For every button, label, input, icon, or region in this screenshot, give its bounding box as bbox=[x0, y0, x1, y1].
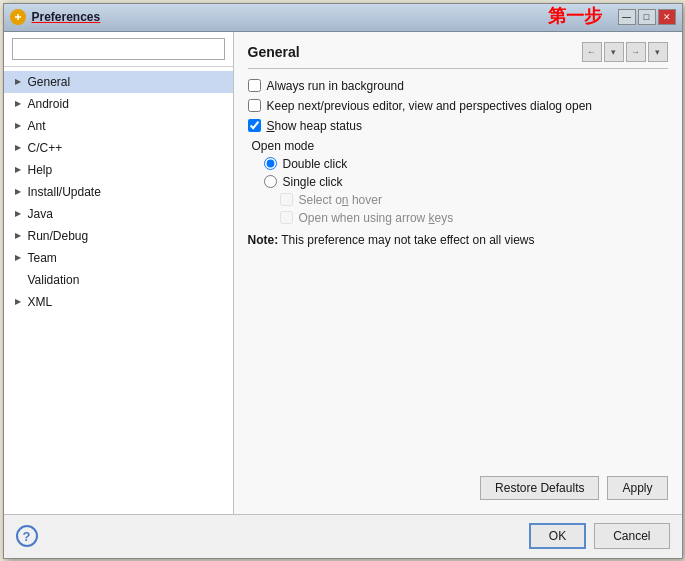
always-run-checkbox[interactable] bbox=[248, 79, 261, 92]
note-text: Note: This preference may not take effec… bbox=[248, 233, 668, 247]
nav-forward-button[interactable]: → bbox=[626, 42, 646, 62]
close-button[interactable]: ✕ bbox=[658, 9, 676, 25]
nav-forward-dropdown[interactable]: ▾ bbox=[648, 42, 668, 62]
tree-item-xml[interactable]: ▶ XML bbox=[4, 291, 233, 313]
double-click-label: Double click bbox=[283, 157, 348, 171]
cancel-button[interactable]: Cancel bbox=[594, 523, 669, 549]
expand-arrow-xml: ▶ bbox=[12, 296, 24, 308]
double-click-row: Double click bbox=[264, 157, 668, 171]
always-run-label: Always run in background bbox=[267, 79, 404, 93]
tree-item-java[interactable]: ▶ Java bbox=[4, 203, 233, 225]
tree-label-java: Java bbox=[28, 207, 53, 221]
content-area: Always run in background Keep next/previ… bbox=[248, 79, 668, 468]
tree-label-team: Team bbox=[28, 251, 57, 265]
keep-next-row: Keep next/previous editor, view and pers… bbox=[248, 99, 668, 113]
open-arrow-checkbox[interactable] bbox=[280, 211, 293, 224]
expand-arrow-cpp: ▶ bbox=[12, 142, 24, 154]
window-icon bbox=[10, 9, 26, 25]
title-bar: Preferences 第一步 — □ ✕ bbox=[4, 4, 682, 32]
single-click-label: Single click bbox=[283, 175, 343, 189]
tree-item-general[interactable]: ▶ General bbox=[4, 71, 233, 93]
apply-button[interactable]: Apply bbox=[607, 476, 667, 500]
expand-arrow-general: ▶ bbox=[12, 76, 24, 88]
section-header: General ← ▾ → ▾ bbox=[248, 42, 668, 69]
single-click-radio[interactable] bbox=[264, 175, 277, 188]
preferences-dialog: Preferences 第一步 — □ ✕ ▶ General ▶ Androi… bbox=[3, 3, 683, 559]
tree-item-install-update[interactable]: ▶ Install/Update bbox=[4, 181, 233, 203]
ok-button[interactable]: OK bbox=[529, 523, 586, 549]
search-input[interactable] bbox=[12, 38, 225, 60]
select-hover-checkbox[interactable] bbox=[280, 193, 293, 206]
show-heap-row: Show heap status bbox=[248, 119, 668, 133]
tree-label-run: Run/Debug bbox=[28, 229, 89, 243]
show-heap-label: Show heap status bbox=[267, 119, 362, 133]
help-button[interactable]: ? bbox=[16, 525, 38, 547]
expand-arrow-ant: ▶ bbox=[12, 120, 24, 132]
window-title: Preferences bbox=[32, 10, 618, 24]
expand-arrow-install: ▶ bbox=[12, 186, 24, 198]
tree-label-general: General bbox=[28, 75, 71, 89]
expand-arrow-android: ▶ bbox=[12, 98, 24, 110]
restore-defaults-button[interactable]: Restore Defaults bbox=[480, 476, 599, 500]
tree-item-run-debug[interactable]: ▶ Run/Debug bbox=[4, 225, 233, 247]
section-nav: ← ▾ → ▾ bbox=[582, 42, 668, 62]
right-panel: General ← ▾ → ▾ Always run in background… bbox=[234, 32, 682, 514]
keep-next-checkbox[interactable] bbox=[248, 99, 261, 112]
double-click-radio[interactable] bbox=[264, 157, 277, 170]
tree-label-help: Help bbox=[28, 163, 53, 177]
maximize-button[interactable]: □ bbox=[638, 9, 656, 25]
tree-item-validation[interactable]: ▶ Validation bbox=[4, 269, 233, 291]
keep-next-label: Keep next/previous editor, view and pers… bbox=[267, 99, 593, 113]
tree-list: ▶ General ▶ Android ▶ Ant ▶ C/C++ ▶ He bbox=[4, 67, 233, 514]
tree-label-install: Install/Update bbox=[28, 185, 101, 199]
open-arrow-label: Open when using arrow keys bbox=[299, 211, 454, 225]
always-run-row: Always run in background bbox=[248, 79, 668, 93]
left-panel: ▶ General ▶ Android ▶ Ant ▶ C/C++ ▶ He bbox=[4, 32, 234, 514]
section-title: General bbox=[248, 44, 300, 60]
select-hover-row: Select on hover bbox=[280, 193, 668, 207]
tree-item-ant[interactable]: ▶ Ant bbox=[4, 115, 233, 137]
tree-label-xml: XML bbox=[28, 295, 53, 309]
tree-label-android: Android bbox=[28, 97, 69, 111]
tree-item-help[interactable]: ▶ Help bbox=[4, 159, 233, 181]
show-heap-checkbox[interactable] bbox=[248, 119, 261, 132]
footer-right: OK Cancel bbox=[529, 523, 670, 549]
footer-left: ? bbox=[16, 525, 38, 547]
tree-item-android[interactable]: ▶ Android bbox=[4, 93, 233, 115]
expand-arrow-help: ▶ bbox=[12, 164, 24, 176]
bottom-buttons: Restore Defaults Apply bbox=[248, 468, 668, 504]
dialog-body: ▶ General ▶ Android ▶ Ant ▶ C/C++ ▶ He bbox=[4, 32, 682, 514]
tree-item-cpp[interactable]: ▶ C/C++ bbox=[4, 137, 233, 159]
select-hover-label: Select on hover bbox=[299, 193, 382, 207]
expand-arrow-run: ▶ bbox=[12, 230, 24, 242]
sub-options: Select on hover Open when using arrow ke… bbox=[248, 193, 668, 225]
open-arrow-row: Open when using arrow keys bbox=[280, 211, 668, 225]
tree-label-ant: Ant bbox=[28, 119, 46, 133]
tree-item-team[interactable]: ▶ Team bbox=[4, 247, 233, 269]
minimize-button[interactable]: — bbox=[618, 9, 636, 25]
nav-back-dropdown[interactable]: ▾ bbox=[604, 42, 624, 62]
nav-back-button[interactable]: ← bbox=[582, 42, 602, 62]
dialog-footer: ? OK Cancel bbox=[4, 514, 682, 558]
window-controls: — □ ✕ bbox=[618, 9, 676, 25]
search-container bbox=[4, 32, 233, 67]
tree-label-cpp: C/C++ bbox=[28, 141, 63, 155]
annotation: 第一步 bbox=[548, 4, 602, 28]
expand-arrow-java: ▶ bbox=[12, 208, 24, 220]
radio-group: Double click Single click bbox=[248, 157, 668, 189]
tree-label-validation: Validation bbox=[28, 273, 80, 287]
open-mode-label: Open mode bbox=[248, 139, 668, 153]
single-click-row: Single click bbox=[264, 175, 668, 189]
expand-arrow-team: ▶ bbox=[12, 252, 24, 264]
